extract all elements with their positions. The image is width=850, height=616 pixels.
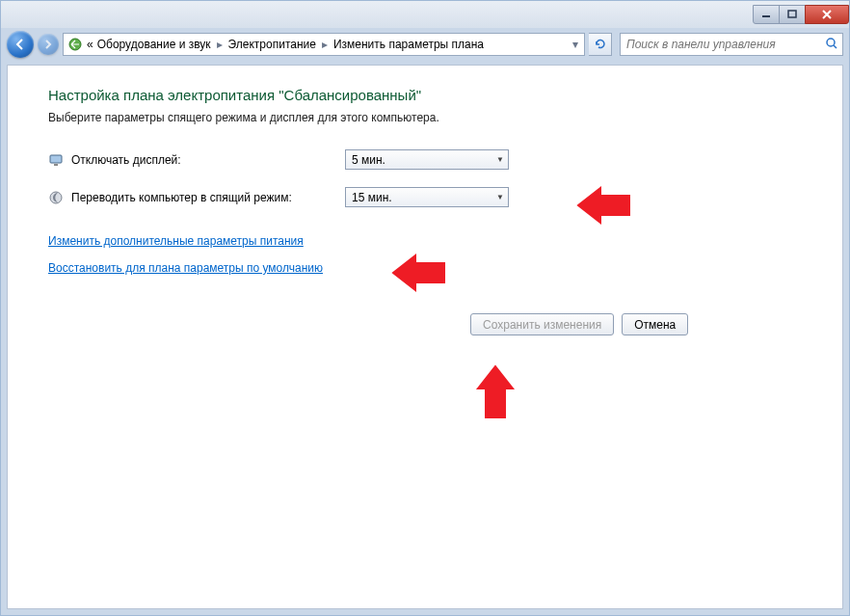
close-button[interactable] bbox=[805, 5, 849, 24]
advanced-settings-link[interactable]: Изменить дополнительные параметры питани… bbox=[48, 234, 304, 248]
back-button[interactable] bbox=[7, 31, 34, 58]
window-controls bbox=[754, 5, 849, 24]
refresh-button[interactable] bbox=[589, 33, 612, 56]
monitor-icon bbox=[48, 152, 64, 168]
chevron-right-icon: ▸ bbox=[320, 38, 330, 51]
display-off-select[interactable]: 5 мин. ▼ bbox=[345, 149, 509, 170]
address-bar[interactable]: « Оборудование и звук ▸ Электропитание ▸… bbox=[63, 33, 585, 56]
titlebar bbox=[1, 1, 849, 28]
moon-icon bbox=[48, 190, 64, 205]
chevron-down-icon: ▼ bbox=[496, 193, 504, 201]
arrow-right-icon bbox=[43, 40, 53, 49]
close-icon bbox=[821, 10, 833, 19]
window-frame: « Оборудование и звук ▸ Электропитание ▸… bbox=[0, 0, 850, 616]
cancel-button[interactable]: Отмена bbox=[622, 313, 688, 335]
setting-label: Отключать дисплей: bbox=[71, 153, 181, 167]
setting-row-display: Отключать дисплей: 5 мин. ▼ bbox=[48, 149, 802, 170]
minimize-icon bbox=[761, 10, 771, 19]
setting-label: Переводить компьютер в спящий режим: bbox=[71, 191, 292, 204]
breadcrumb-segment[interactable]: Изменить параметры плана bbox=[333, 38, 484, 51]
search-input[interactable] bbox=[624, 37, 825, 52]
setting-row-sleep: Переводить компьютер в спящий режим: 15 … bbox=[48, 187, 802, 207]
breadcrumb-segment[interactable]: Электропитание bbox=[228, 38, 316, 51]
chevron-down-icon: ▼ bbox=[496, 155, 504, 164]
page-title: Настройка плана электропитания "Сбаланси… bbox=[48, 87, 802, 103]
search-box[interactable] bbox=[620, 33, 843, 56]
sleep-select[interactable]: 15 мин. ▼ bbox=[345, 187, 509, 207]
breadcrumb-prefix: « bbox=[87, 38, 93, 51]
save-button[interactable]: Сохранить изменения bbox=[470, 313, 614, 335]
svg-rect-1 bbox=[788, 11, 796, 17]
maximize-icon bbox=[787, 10, 797, 19]
svg-rect-5 bbox=[54, 164, 58, 166]
page-subtitle: Выберите параметры спящего режима и дисп… bbox=[48, 111, 802, 124]
select-value: 5 мин. bbox=[352, 153, 385, 167]
dropdown-arrow-icon[interactable]: ▾ bbox=[571, 38, 580, 51]
minimize-button[interactable] bbox=[753, 5, 780, 24]
maximize-button[interactable] bbox=[779, 5, 806, 24]
chevron-right-icon: ▸ bbox=[215, 38, 225, 51]
select-value: 15 мин. bbox=[352, 191, 392, 204]
content-area: Настройка плана электропитания "Сбаланси… bbox=[7, 65, 843, 609]
refresh-icon bbox=[594, 38, 607, 51]
control-panel-icon bbox=[67, 37, 83, 52]
svg-rect-0 bbox=[762, 15, 770, 17]
svg-rect-4 bbox=[50, 155, 62, 163]
annotation-arrow bbox=[476, 364, 515, 425]
search-icon bbox=[825, 37, 838, 53]
restore-defaults-link[interactable]: Восстановить для плана параметры по умол… bbox=[48, 261, 323, 275]
navbar: « Оборудование и звук ▸ Электропитание ▸… bbox=[1, 28, 849, 61]
breadcrumb-segment[interactable]: Оборудование и звук bbox=[97, 38, 211, 51]
arrow-left-icon bbox=[13, 38, 27, 51]
links-block: Изменить дополнительные параметры питани… bbox=[48, 234, 802, 288]
svg-point-3 bbox=[827, 39, 835, 46]
button-row: Сохранить изменения Отмена bbox=[470, 313, 802, 335]
forward-button[interactable] bbox=[38, 34, 59, 55]
